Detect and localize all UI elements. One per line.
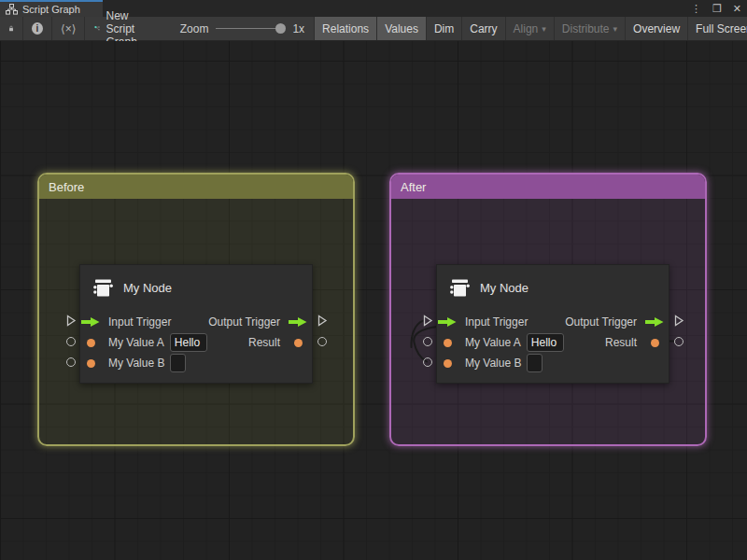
port-label-output-trigger: Output Trigger bbox=[565, 315, 637, 329]
zoom-control: Zoom 1x bbox=[171, 17, 314, 40]
inspect-button[interactable]: i bbox=[23, 17, 52, 40]
node-header: My Node bbox=[446, 274, 529, 301]
info-icon: i bbox=[32, 22, 43, 35]
carry-toggle[interactable]: Carry bbox=[461, 17, 504, 40]
external-result-port[interactable] bbox=[672, 335, 684, 347]
external-result-port[interactable] bbox=[316, 335, 328, 347]
distribute-dropdown[interactable]: Distribute ▾ bbox=[554, 17, 625, 40]
relations-toggle[interactable]: Relations bbox=[314, 17, 376, 40]
tab-title: Script Graph bbox=[22, 4, 80, 15]
trigger-out-icon[interactable] bbox=[288, 316, 308, 328]
full-screen-label: Full Screen bbox=[696, 22, 747, 35]
toolbar-toggle-group: Relations Values Dim Carry Align ▾ Distr… bbox=[314, 17, 747, 40]
node-title: My Node bbox=[123, 281, 172, 295]
trigger-in-icon[interactable] bbox=[80, 316, 101, 328]
values-label: Values bbox=[385, 22, 418, 35]
window-controls: ⋮ ❒ ✕ bbox=[685, 0, 747, 17]
port-label-input-trigger: Input Trigger bbox=[108, 315, 171, 329]
result-out-icon[interactable] bbox=[644, 339, 665, 347]
close-icon[interactable]: ✕ bbox=[727, 0, 747, 17]
trigger-out-icon[interactable] bbox=[644, 316, 665, 328]
chevron-down-icon: ▾ bbox=[542, 24, 546, 34]
port-label-value-a: My Value A bbox=[465, 336, 521, 349]
lock-button[interactable] bbox=[0, 17, 23, 40]
overview-button[interactable]: Overview bbox=[625, 17, 687, 40]
group-before-header[interactable]: Before bbox=[39, 175, 353, 199]
value-in-icon[interactable] bbox=[437, 359, 458, 368]
external-trigger-in-port[interactable] bbox=[64, 315, 77, 327]
zoom-value: 1x bbox=[292, 22, 304, 35]
align-label: Align bbox=[514, 22, 539, 35]
external-trigger-out-port[interactable] bbox=[672, 315, 684, 327]
external-value-a-port[interactable] bbox=[421, 335, 433, 347]
trigger-in-icon[interactable] bbox=[437, 316, 458, 328]
node-my-node-before[interactable]: My Node Input Trigger Output Trigger My … bbox=[79, 264, 313, 384]
port-label-input-trigger: Input Trigger bbox=[465, 315, 528, 329]
external-value-a-port[interactable] bbox=[64, 335, 77, 347]
align-dropdown[interactable]: Align ▾ bbox=[505, 17, 554, 40]
value-in-icon[interactable] bbox=[80, 339, 101, 347]
group-after-header[interactable]: After bbox=[391, 175, 705, 199]
distribute-label: Distribute bbox=[562, 22, 610, 35]
overview-label: Overview bbox=[633, 22, 680, 35]
value-in-icon[interactable] bbox=[437, 339, 458, 347]
port-label-result: Result bbox=[605, 336, 637, 349]
carry-label: Carry bbox=[470, 22, 497, 35]
values-toggle[interactable]: Values bbox=[376, 17, 426, 40]
result-out-icon[interactable] bbox=[288, 339, 308, 347]
chevron-down-icon: ▾ bbox=[613, 24, 618, 34]
node-title: My Node bbox=[480, 281, 529, 295]
script-graph-window: Script Graph ⋮ ❒ ✕ i ⟨×⟩ bbox=[0, 0, 747, 560]
maximize-icon[interactable]: ❒ bbox=[707, 0, 727, 17]
zoom-slider-handle[interactable] bbox=[275, 23, 286, 34]
external-trigger-out-port[interactable] bbox=[316, 315, 328, 327]
group-before-title: Before bbox=[49, 180, 84, 194]
port-label-result: Result bbox=[248, 336, 280, 349]
code-view-button[interactable]: ⟨×⟩ bbox=[52, 17, 85, 40]
graph-name: New Script Graph bbox=[85, 17, 153, 40]
group-after-title: After bbox=[401, 180, 426, 194]
lock-icon bbox=[8, 22, 14, 35]
external-value-b-port[interactable] bbox=[421, 356, 433, 368]
zoom-slider[interactable] bbox=[216, 28, 285, 29]
menu-icon[interactable]: ⋮ bbox=[685, 0, 707, 17]
unit-icon bbox=[446, 274, 472, 301]
value-b-input[interactable] bbox=[527, 354, 543, 372]
zoom-label: Zoom bbox=[180, 22, 209, 35]
tab-script-graph[interactable]: Script Graph bbox=[0, 0, 103, 17]
value-b-input[interactable] bbox=[170, 354, 186, 372]
graph-icon bbox=[94, 22, 100, 35]
port-label-value-b: My Value B bbox=[465, 357, 521, 370]
port-label-output-trigger: Output Trigger bbox=[208, 315, 280, 329]
value-a-input[interactable] bbox=[527, 333, 564, 352]
port-label-value-a: My Value A bbox=[108, 336, 164, 349]
unit-icon bbox=[90, 274, 116, 301]
node-my-node-after[interactable]: My Node Input Trigger Output Trigger My … bbox=[436, 264, 669, 384]
code-icon: ⟨×⟩ bbox=[61, 22, 76, 35]
value-a-input[interactable] bbox=[170, 333, 207, 352]
external-value-b-port[interactable] bbox=[64, 356, 77, 368]
value-in-icon[interactable] bbox=[80, 359, 101, 368]
dim-label: Dim bbox=[434, 22, 454, 35]
full-screen-button[interactable]: Full Screen bbox=[687, 17, 747, 40]
external-trigger-in-port[interactable] bbox=[421, 315, 433, 327]
hierarchy-icon bbox=[6, 4, 18, 15]
port-label-value-b: My Value B bbox=[108, 357, 164, 370]
dim-toggle[interactable]: Dim bbox=[426, 17, 461, 40]
node-header: My Node bbox=[90, 274, 172, 301]
relations-label: Relations bbox=[322, 22, 369, 35]
graph-toolbar: i ⟨×⟩ New Script Graph Zoom 1x Relations… bbox=[0, 17, 747, 41]
